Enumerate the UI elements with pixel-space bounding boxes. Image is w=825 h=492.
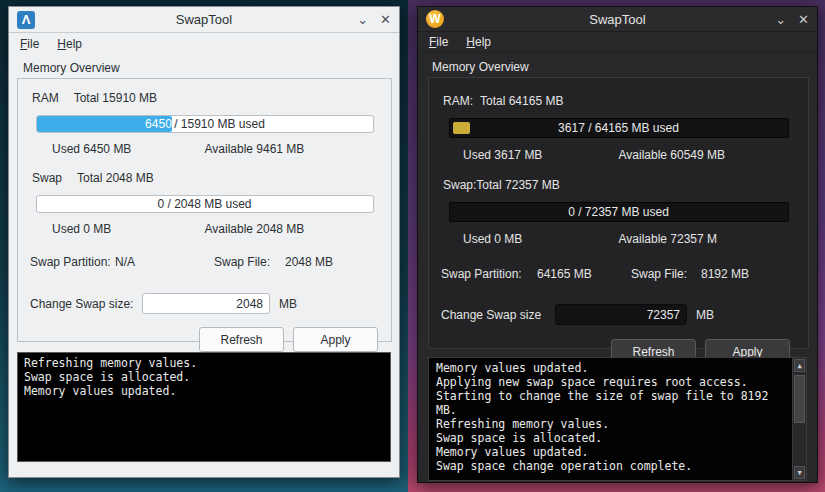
swap-progress-text: 0 / 72357 MB used <box>450 203 788 221</box>
scroll-down-icon[interactable]: ▼ <box>794 466 805 479</box>
console-scrollbar[interactable]: ▲ ▼ <box>792 358 806 480</box>
log-line: Refreshing memory values. <box>436 417 786 431</box>
ram-used-row: Used 3617 MB Available 60549 MB <box>441 148 796 162</box>
ram-progress-text: 3617 / 64165 MB used <box>450 119 788 137</box>
swap-total: Total 72357 MB <box>476 178 559 192</box>
log-line: Memory values updated. <box>436 361 786 375</box>
window-title: SwapTool <box>9 12 399 27</box>
swap-used-row: Used 0 MB Available 2048 MB <box>30 222 379 236</box>
swap-partition-row: Swap Partition: 64165 MB Swap File: 8192… <box>441 267 796 281</box>
minimize-icon[interactable]: ⌄ <box>357 13 368 26</box>
ram-progress-fill: 6450 / 15910 MB used <box>37 116 172 132</box>
titlebar[interactable]: Λ SwapTool ⌄ ✕ <box>9 7 399 33</box>
ram-used: Used 6450 MB <box>30 142 205 156</box>
swap-file-label: Swap File: <box>214 255 285 269</box>
swap-partition-label: Swap Partition: <box>30 255 115 269</box>
swap-label: Swap: <box>443 178 476 192</box>
swaptool-window-light: Λ SwapTool ⌄ ✕ File Help Memory Overview… <box>8 6 400 478</box>
memory-overview-label: Memory Overview <box>432 60 817 74</box>
menubar: File Help <box>418 32 817 53</box>
refresh-button[interactable]: Refresh <box>199 327 284 352</box>
apply-button[interactable]: Apply <box>293 327 378 352</box>
swap-label: Swap <box>32 171 62 185</box>
swap-progressbar: 0 / 2048 MB used <box>36 195 374 213</box>
change-swap-row: Change Swap size: MB <box>30 293 379 314</box>
log-line: Refreshing memory values. <box>24 356 384 370</box>
log-line: Swap space is allocated. <box>24 370 384 384</box>
ram-label: RAM <box>32 91 59 105</box>
desktop: Λ SwapTool ⌄ ✕ File Help Memory Overview… <box>0 0 825 492</box>
change-swap-label: Change Swap size <box>441 308 555 322</box>
ram-available: Available 60549 MB <box>619 148 797 162</box>
swap-partition-value: N/A <box>115 255 214 269</box>
swap-total-line: Swap:Total 72357 MB <box>443 178 796 192</box>
swap-total: Total 2048 MB <box>77 171 154 185</box>
minimize-icon[interactable]: ⌄ <box>775 13 786 26</box>
change-swap-row: Change Swap size MB <box>441 304 796 325</box>
window-title: SwapTool <box>418 12 817 27</box>
swap-used-row: Used 0 MB Available 72357 M <box>441 232 796 246</box>
swap-file-value: 2048 MB <box>285 255 379 269</box>
mb-unit-label: MB <box>696 308 796 322</box>
menu-help[interactable]: Help <box>466 35 491 49</box>
menubar: File Help <box>9 33 399 54</box>
log-console[interactable]: Refreshing memory values. Swap space is … <box>17 352 391 462</box>
swap-partition-value: 64165 MB <box>537 267 631 281</box>
log-console[interactable]: Memory values updated. Applying new swap… <box>428 357 807 481</box>
memory-overview-label: Memory Overview <box>23 61 399 75</box>
close-icon[interactable]: ✕ <box>798 13 809 26</box>
memory-group: RAM:Total 64165 MB 3617 / 64165 MB used … <box>428 77 809 349</box>
ram-available: Available 9461 MB <box>205 142 380 156</box>
ram-progressbar: 3617 / 64165 MB used <box>449 118 789 138</box>
ram-total-line: RAM:Total 64165 MB <box>443 94 796 108</box>
ram-used: Used 3617 MB <box>441 148 619 162</box>
ram-total-line: RAMTotal 15910 MB <box>32 91 379 105</box>
menu-file[interactable]: File <box>20 37 39 51</box>
scrollbar-thumb[interactable] <box>794 375 805 423</box>
swap-available: Available 2048 MB <box>205 222 380 236</box>
swaptool-window-dark: W SwapTool ⌄ ✕ File Help Memory Overview… <box>417 6 818 483</box>
ram-progress-fill <box>453 122 471 134</box>
change-swap-label: Change Swap size: <box>30 297 142 311</box>
swap-file-label: Swap File: <box>631 267 701 281</box>
swap-size-input[interactable] <box>555 304 687 325</box>
titlebar[interactable]: W SwapTool ⌄ ✕ <box>418 7 817 32</box>
memory-group: RAMTotal 15910 MB 6450 / 15910 MB used 6… <box>17 78 392 342</box>
close-icon[interactable]: ✕ <box>380 13 391 26</box>
menu-help[interactable]: Help <box>57 37 82 51</box>
log-line: Swap space is allocated. <box>436 431 786 445</box>
swap-file-value: 8192 MB <box>701 267 796 281</box>
log-line: Memory values updated. <box>436 445 786 459</box>
ram-progress-text-overlay: 6450 / 15910 MB used <box>37 116 172 132</box>
swap-used: Used 0 MB <box>441 232 619 246</box>
ram-total: Total 15910 MB <box>74 91 157 105</box>
ram-total: Total 64165 MB <box>480 94 563 108</box>
swap-partition-label: Swap Partition: <box>441 267 537 281</box>
log-line: Memory values updated. <box>24 384 384 398</box>
log-line: Swap space change operation complete. <box>436 459 786 473</box>
menu-file[interactable]: File <box>429 35 448 49</box>
ram-label: RAM: <box>443 94 473 108</box>
scroll-up-icon[interactable]: ▲ <box>794 359 805 372</box>
ram-progressbar: 6450 / 15910 MB used 6450 / 15910 MB use… <box>36 115 374 133</box>
swap-progressbar: 0 / 72357 MB used <box>449 202 789 222</box>
swap-partition-row: Swap Partition: N/A Swap File: 2048 MB <box>30 255 379 269</box>
swap-available: Available 72357 M <box>619 232 797 246</box>
swap-progress-text: 0 / 2048 MB used <box>37 196 373 212</box>
button-row: Refresh Apply <box>30 327 379 352</box>
log-line: Applying new swap space requires root ac… <box>436 375 786 389</box>
mb-unit-label: MB <box>279 297 379 311</box>
swap-size-input[interactable] <box>142 293 270 314</box>
ram-used-row: Used 6450 MB Available 9461 MB <box>30 142 379 156</box>
swap-used: Used 0 MB <box>30 222 205 236</box>
swap-total-line: SwapTotal 2048 MB <box>32 171 379 185</box>
log-line: Starting to change the size of swap file… <box>436 389 786 417</box>
